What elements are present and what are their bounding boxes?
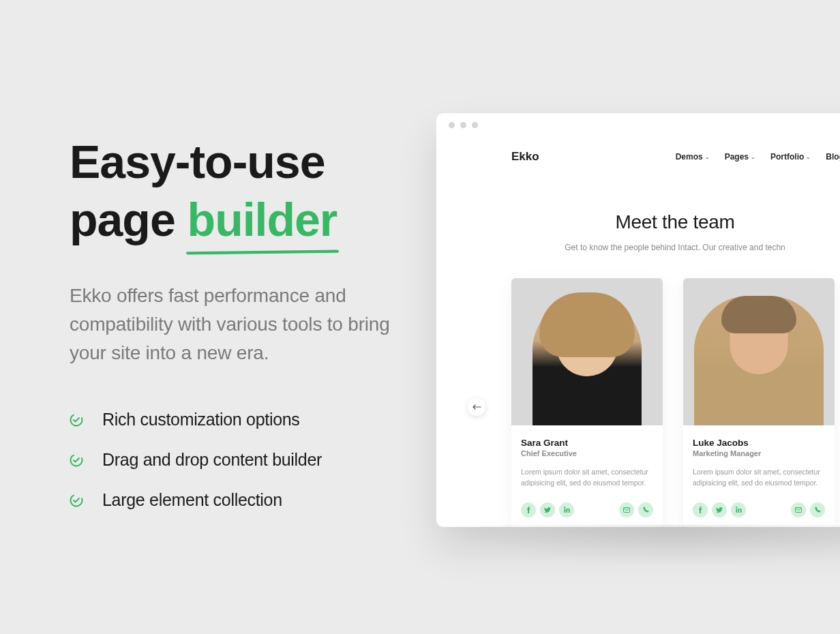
heading-line-2a: page <box>70 194 188 245</box>
team-member-desc: Lorem ipsum dolor sit amet, consectetur … <box>693 467 825 489</box>
social-row <box>521 502 653 517</box>
avatar <box>683 278 835 425</box>
phone-icon[interactable] <box>810 502 825 517</box>
linkedin-icon[interactable] <box>559 502 574 517</box>
twitter-icon[interactable] <box>540 502 555 517</box>
site-logo[interactable]: Ekko <box>511 150 661 164</box>
chrome-dot-icon <box>472 122 478 128</box>
team-member-desc: Lorem ipsum dolor sit amet, consectetur … <box>521 467 653 489</box>
social-row <box>693 502 825 517</box>
hero-heading: Easy-to-use page builder <box>70 133 402 249</box>
twitter-icon[interactable] <box>712 502 727 517</box>
hero-subheading: Ekko offers fast performance and compati… <box>70 282 402 367</box>
linkedin-icon[interactable] <box>731 502 746 517</box>
facebook-icon[interactable] <box>693 502 708 517</box>
svg-point-4 <box>564 507 565 508</box>
site-header: Ekko Demos⌄ Pages⌄ Portfolio⌄ Blog⌄ Shop… <box>436 136 840 177</box>
team-member-name: Luke Jacobs <box>693 438 825 448</box>
avatar <box>511 278 663 425</box>
email-icon[interactable] <box>791 502 806 517</box>
chevron-down-icon: ⌄ <box>705 154 710 160</box>
check-icon <box>70 413 83 427</box>
heading-line-1: Easy-to-use <box>70 136 325 187</box>
nav-item-pages[interactable]: Pages⌄ <box>725 152 755 162</box>
team-card: Sara Grant Chief Executive Lorem ipsum d… <box>511 278 663 527</box>
facebook-icon[interactable] <box>521 502 536 517</box>
carousel-prev-button[interactable] <box>468 398 485 416</box>
team-card: Luke Jacobs Marketing Manager Lorem ipsu… <box>683 278 835 527</box>
svg-rect-6 <box>736 509 737 513</box>
svg-point-7 <box>736 507 737 508</box>
team-member-role: Marketing Manager <box>693 449 825 457</box>
feature-item: Drag and drop content builder <box>70 450 402 470</box>
feature-item: Rich customization options <box>70 410 402 429</box>
heading-highlight: builder <box>188 191 338 249</box>
hero-panel: Easy-to-use page builder Ekko offers fas… <box>0 0 436 634</box>
email-icon[interactable] <box>619 502 634 517</box>
feature-text: Large element collection <box>102 490 282 510</box>
feature-text: Rich customization options <box>102 410 300 429</box>
section-title: Meet the team <box>436 211 840 233</box>
chrome-dot-icon <box>449 122 455 128</box>
team-member-name: Sara Grant <box>521 438 653 448</box>
chevron-down-icon: ⌄ <box>806 154 811 160</box>
features-list: Rich customization options Drag and drop… <box>70 410 402 510</box>
feature-text: Drag and drop content builder <box>102 450 322 470</box>
svg-rect-3 <box>564 509 565 513</box>
team-member-role: Chief Executive <box>521 449 653 457</box>
check-icon <box>70 494 83 507</box>
chevron-down-icon: ⌄ <box>751 154 755 160</box>
team-cards-row: Sara Grant Chief Executive Lorem ipsum d… <box>436 278 840 527</box>
window-chrome <box>436 113 840 136</box>
nav-item-demos[interactable]: Demos⌄ <box>676 152 710 162</box>
phone-icon[interactable] <box>638 502 653 517</box>
preview-window: Ekko Demos⌄ Pages⌄ Portfolio⌄ Blog⌄ Shop… <box>436 113 840 527</box>
arrow-left-icon <box>472 404 481 410</box>
feature-item: Large element collection <box>70 490 402 510</box>
nav-item-portfolio[interactable]: Portfolio⌄ <box>770 152 811 162</box>
section-subtitle: Get to know the people behind Intact. Ou… <box>436 243 840 252</box>
chrome-dot-icon <box>460 122 466 128</box>
nav-item-blog[interactable]: Blog⌄ <box>826 152 840 162</box>
check-icon <box>70 453 83 467</box>
